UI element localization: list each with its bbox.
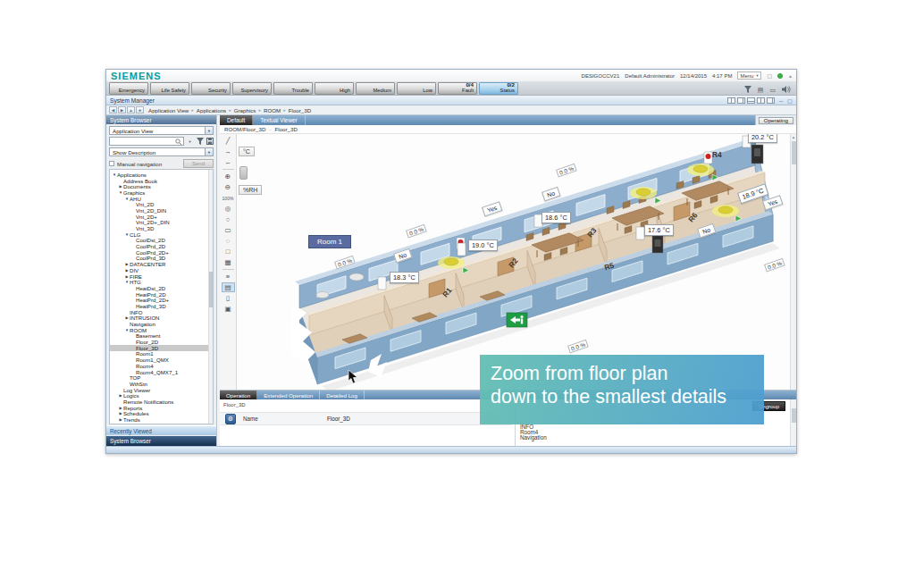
alarm-button-status[interactable]: 0/2Status	[479, 82, 518, 95]
recently-viewed-tab[interactable]: Recently Viewed	[106, 425, 216, 435]
tree-item-vnt-2d-din[interactable]: Vnt_2D_DIN	[110, 207, 213, 214]
list-scrollbar[interactable]	[790, 399, 796, 446]
tree-item-top[interactable]: TOP	[110, 374, 213, 381]
send-button[interactable]: Send	[183, 159, 214, 168]
marker-icon-active[interactable]: ▤	[222, 282, 235, 292]
alarm-button-security[interactable]: Security	[191, 82, 231, 95]
tree-item-ahu[interactable]: ▼AHU	[110, 196, 213, 202]
user-name[interactable]: Default Administrator	[625, 73, 675, 79]
zoom-in-icon[interactable]: ⊕	[222, 172, 235, 181]
chevron-down-icon[interactable]: ▼	[186, 137, 194, 146]
list-item[interactable]: Navigation	[520, 435, 547, 441]
print-icon[interactable]: ▣	[222, 304, 235, 314]
tree-item-graphics[interactable]: ▼Graphics	[110, 189, 213, 196]
temperature-value[interactable]: 17.6 °C	[644, 224, 674, 236]
breadcrumb-item[interactable]: Floor_3D	[289, 107, 311, 113]
layout-icon[interactable]	[747, 97, 755, 104]
layout-icon[interactable]	[727, 97, 735, 104]
zoom-region-icon[interactable]: ◎	[222, 204, 235, 214]
minimize-icon[interactable]: ─	[779, 98, 783, 104]
layers-icon[interactable]: ▦	[222, 257, 235, 267]
tree-item-floor-2d[interactable]: Floor_2D	[110, 339, 213, 345]
pan-icon[interactable]: ◌	[222, 236, 235, 246]
copy-icon[interactable]: ▯	[222, 293, 235, 303]
layout-icon[interactable]	[767, 97, 775, 104]
alarm-button-supervisory[interactable]: Supervisory	[232, 82, 272, 95]
tree-scrollbar[interactable]	[208, 170, 213, 424]
search-input[interactable]	[109, 137, 184, 146]
breadcrumb-item[interactable]: Graphics	[234, 107, 256, 113]
tree-item-basement[interactable]: Basement	[110, 333, 213, 340]
breadcrumb-item[interactable]: ROOM	[264, 107, 281, 113]
favorite-icon[interactable]: ★	[136, 106, 144, 113]
list-icon[interactable]: ▤	[758, 87, 764, 93]
panes-icon[interactable]: ▭	[769, 87, 776, 93]
tree-item-floor-3d[interactable]: Floor_3D	[110, 345, 213, 351]
temperature-value[interactable]: 19.0 °C	[468, 239, 498, 251]
layout-icon[interactable]	[737, 97, 745, 104]
save-icon[interactable]	[206, 137, 214, 146]
tree-item-room[interactable]: ▼ROOM	[110, 327, 213, 333]
breadcrumb-item[interactable]: Application View	[148, 107, 189, 113]
temperature-value[interactable]: 20.2 °C	[748, 134, 777, 143]
edit-icon[interactable]: ╱	[222, 136, 235, 146]
tree-item-fire[interactable]: ▶FIRE	[110, 273, 213, 280]
temperature-value[interactable]: 18.6 °C	[541, 212, 571, 223]
tree-item-video[interactable]: ▶Video	[110, 423, 213, 424]
alarm-button-trouble[interactable]: Trouble	[273, 82, 313, 95]
manual-navigation-checkbox[interactable]	[109, 161, 114, 166]
zoom-out-icon[interactable]: ⊖	[222, 182, 235, 192]
zoom-window-icon[interactable]: ○	[222, 214, 235, 224]
restore-icon[interactable]: ▢	[787, 97, 793, 104]
back-icon[interactable]: ◀	[109, 106, 117, 113]
alarm-button-high[interactable]: High	[315, 82, 354, 95]
breadcrumb-item[interactable]: Applications	[197, 107, 226, 113]
unit-chip-humidity[interactable]: %RH	[239, 185, 262, 195]
tab-default[interactable]: Default	[220, 115, 253, 125]
arrow-right-icon[interactable]: →	[222, 147, 235, 156]
tree-item-room1-qmx[interactable]: Room1_QMX	[110, 357, 213, 363]
menu-dropdown[interactable]: Menu▼	[737, 71, 761, 80]
chevron-down-icon[interactable]: ▼	[205, 126, 214, 135]
lines-icon[interactable]: ≡	[222, 272, 235, 281]
tree-item-heatprd-3d[interactable]: HeatPrd_3D	[110, 303, 213, 309]
alarm-button-fault[interactable]: 0/4Fault	[438, 82, 477, 95]
alarm-button-emergency[interactable]: Emergency	[109, 82, 148, 95]
layout-icon[interactable]	[757, 97, 765, 104]
temperature-value[interactable]: 18.3 °C	[390, 272, 419, 283]
view-selector[interactable]: Application View	[109, 126, 214, 135]
scroll-up-icon[interactable]: ▲	[792, 135, 795, 139]
operating-mode-button[interactable]: Operating	[759, 117, 793, 124]
property-row[interactable]: ⚙ Name Floor_3D	[220, 412, 512, 425]
alarm-button-medium[interactable]: Medium	[356, 82, 395, 95]
unit-chip-temperature[interactable]: °C	[239, 147, 255, 156]
tree-item-intrusion[interactable]: ▶INTRUSION	[110, 315, 213, 322]
tree-item-datacenter[interactable]: ▶DATACENTER	[110, 261, 213, 267]
tree-item-navigation[interactable]: Navigation	[110, 321, 213, 327]
alarm-button-life-safety[interactable]: Life Safety	[150, 82, 189, 95]
up-icon[interactable]: ▲	[127, 106, 135, 113]
tab-extended-operation[interactable]: Extended Operation	[257, 391, 320, 399]
collapse-icon[interactable]: ▲	[788, 73, 793, 79]
zoom-level[interactable]: 100%	[222, 193, 235, 203]
system-browser-tab[interactable]: System Browser	[106, 436, 216, 446]
filter-icon[interactable]	[744, 86, 751, 94]
frame-icon[interactable]: □	[222, 247, 235, 256]
tab-operation[interactable]: Operation	[220, 391, 257, 399]
filter-icon[interactable]	[196, 137, 204, 146]
forward-icon[interactable]: ▶	[118, 106, 126, 113]
speaker-icon[interactable]	[782, 86, 791, 94]
chevron-down-icon[interactable]: ▼	[205, 147, 214, 156]
tree-item-info[interactable]: INFO	[110, 309, 213, 315]
description-selector[interactable]: Show Description	[109, 147, 214, 156]
window-icon[interactable]: ▢	[767, 73, 772, 79]
tab-textual-viewer[interactable]: Textual Viewer	[253, 115, 305, 125]
fit-view-icon[interactable]: ▭	[222, 225, 235, 235]
tree-item-div[interactable]: ▶DIV	[110, 267, 213, 273]
tree-item-room4-qmx7-1[interactable]: Room4_QMX7_1	[110, 369, 213, 375]
tab-detailed-log[interactable]: Detailed Log	[320, 391, 365, 399]
arrow-left-icon[interactable]: ←	[222, 157, 235, 167]
alarm-button-low[interactable]: Low	[397, 82, 436, 95]
tree-item-vnt-2d-din[interactable]: Vnt_2D+_DIN	[110, 220, 213, 226]
tree-item-vnt-3d[interactable]: Vnt_3D	[110, 225, 213, 231]
